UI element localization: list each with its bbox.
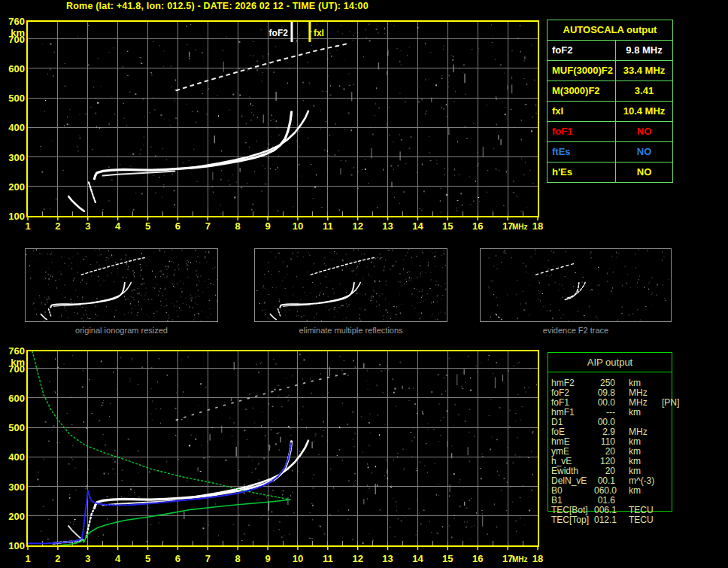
y-tick-label: 500 xyxy=(2,93,25,103)
thumbnail-eliminate-reflections xyxy=(254,248,447,322)
y-tick-label: 600 xyxy=(2,393,25,403)
thumbnail-caption: evidence F2 trace xyxy=(480,326,672,335)
x-tick-label: 8 xyxy=(226,554,249,563)
autoscala-value: NO xyxy=(616,142,672,162)
aip-unit: km xyxy=(629,408,660,418)
y-axis-unit: km xyxy=(2,357,25,367)
x-tick-label: 16 xyxy=(466,554,489,563)
thumbnail-caption: eliminate multiple reflections xyxy=(254,326,447,335)
y-tick-label: 100 xyxy=(2,211,25,221)
aip-name: TEC[Top] xyxy=(551,515,594,525)
thumbnail-original-ionogram xyxy=(25,248,218,322)
autoscala-output-table: AUTOSCALA output foF29.8 MHzMUF(3000)F23… xyxy=(547,20,673,183)
autoscala-value: 33.4 MHz xyxy=(616,61,672,80)
x-tick-label: 1 xyxy=(17,221,39,231)
x-tick-label: 15 xyxy=(436,554,459,563)
autoscala-value: 9.8 MHz xyxy=(616,41,672,60)
x-tick-label: 8 xyxy=(226,221,249,231)
autoscala-row: foF29.8 MHz xyxy=(548,41,672,61)
x-tick-label: 4 xyxy=(107,221,129,231)
page-title: Rome (lat: +41.8, lon: 012.5) - DATE: 20… xyxy=(66,1,369,11)
x-tick-label: 14 xyxy=(406,554,429,563)
x-tick-label: 13 xyxy=(377,221,399,231)
x-tick-label: 12 xyxy=(347,554,369,563)
x-tick-label: 6 xyxy=(166,221,189,231)
x-tick-label: 9 xyxy=(256,554,279,563)
x-axis-unit: MHz xyxy=(512,223,528,231)
x-tick-label: 15 xyxy=(436,221,459,231)
x-tick-label: 7 xyxy=(196,221,219,231)
autoscala-param: foF1 xyxy=(548,122,616,141)
autoscala-row: ftEsNO xyxy=(548,142,672,163)
autoscala-row: foF1NO xyxy=(548,122,672,142)
autoscala-param: ftEs xyxy=(548,142,616,162)
autoscala-table-header: AUTOSCALA output xyxy=(548,20,672,41)
autoscala-screen: { "title": "Rome (lat: +41.8, lon: 012.5… xyxy=(0,0,728,568)
thumbnail-caption: original ionogram resized xyxy=(25,326,218,335)
autoscala-param: fxI xyxy=(548,102,616,121)
y-tick-label: 760 xyxy=(2,17,25,26)
autoscala-table-rows: foF29.8 MHzMUF(3000)F233.4 MHzM(3000)F23… xyxy=(548,41,672,182)
x-tick-label: 18 xyxy=(526,554,549,563)
aip-table-header: AIP output xyxy=(548,353,672,372)
x-tick-label: 11 xyxy=(317,554,339,563)
autoscala-row: h'EsNO xyxy=(548,163,672,182)
autoscala-row: MUF(3000)F233.4 MHz xyxy=(548,61,672,81)
bottom-ionogram-canvas xyxy=(26,350,539,553)
thumbnail-evidence-f2-trace xyxy=(480,248,672,322)
aip-row: hmF2250km xyxy=(551,378,683,388)
aip-row: DelN_vE00.1m^(-3) xyxy=(551,476,683,486)
autoscala-row: fxI10.4 MHz xyxy=(548,102,672,122)
x-tick-label: 3 xyxy=(77,221,99,231)
x-tick-label: 2 xyxy=(47,221,69,231)
top-ionogram-canvas: foF2fxI xyxy=(26,20,539,223)
x-tick-label: 18 xyxy=(526,221,549,231)
autoscala-value: 3.41 xyxy=(616,81,672,101)
autoscala-row: M(3000)F23.41 xyxy=(548,81,672,102)
y-tick-label: 400 xyxy=(2,452,25,462)
y-tick-label: 200 xyxy=(2,182,25,192)
x-tick-label: 14 xyxy=(406,221,429,231)
aip-row: TEC[Top]012.1TECU xyxy=(551,515,683,525)
y-axis-unit: km xyxy=(2,28,25,38)
y-tick-label: 300 xyxy=(2,153,25,163)
y-tick-label: 760 xyxy=(2,346,25,356)
x-tick-label: 10 xyxy=(287,221,309,231)
aip-unit: TECU xyxy=(629,515,660,525)
autoscala-param: M(3000)F2 xyxy=(548,81,616,101)
aip-row: D100.0 xyxy=(551,418,683,427)
aip-unit: km xyxy=(629,486,660,496)
autoscala-value: 10.4 MHz xyxy=(616,102,672,121)
x-tick-label: 5 xyxy=(137,221,159,231)
marker-label-foF2: foF2 xyxy=(269,28,289,38)
y-tick-label: 200 xyxy=(2,512,25,521)
y-tick-label: 500 xyxy=(2,423,25,433)
y-tick-label: 600 xyxy=(2,64,25,74)
x-tick-label: 11 xyxy=(317,221,339,231)
x-tick-label: 12 xyxy=(347,221,369,231)
x-tick-label: 10 xyxy=(287,554,309,563)
y-tick-label: 400 xyxy=(2,123,25,132)
autoscala-value: NO xyxy=(616,122,672,141)
autoscala-param: MUF(3000)F2 xyxy=(548,61,616,80)
autoscala-param: h'Es xyxy=(548,163,616,182)
x-tick-label: 13 xyxy=(377,554,399,563)
x-tick-label: 2 xyxy=(47,554,69,563)
x-tick-label: 7 xyxy=(196,554,219,563)
x-tick-label: 1 xyxy=(17,554,39,563)
aip-table-rows: hmF2250kmfoF209.8MHzfoF100.0MHz[PN]hmF1-… xyxy=(551,378,683,525)
aip-row: hmE110km xyxy=(551,437,683,447)
marker-label-fxI: fxI xyxy=(314,28,324,38)
x-tick-label: 3 xyxy=(77,554,99,563)
autoscala-value: NO xyxy=(616,163,672,182)
x-tick-label: 4 xyxy=(107,554,129,563)
x-tick-label: 6 xyxy=(166,554,189,563)
aip-row: hmF1---km xyxy=(551,408,683,418)
y-tick-label: 300 xyxy=(2,482,25,492)
x-tick-label: 16 xyxy=(466,221,489,231)
x-tick-label: 5 xyxy=(137,554,159,563)
y-tick-label: 100 xyxy=(2,541,25,551)
aip-row: B0060.0km xyxy=(551,486,683,496)
x-tick-label: 9 xyxy=(256,221,279,231)
autoscala-param: foF2 xyxy=(548,41,616,60)
